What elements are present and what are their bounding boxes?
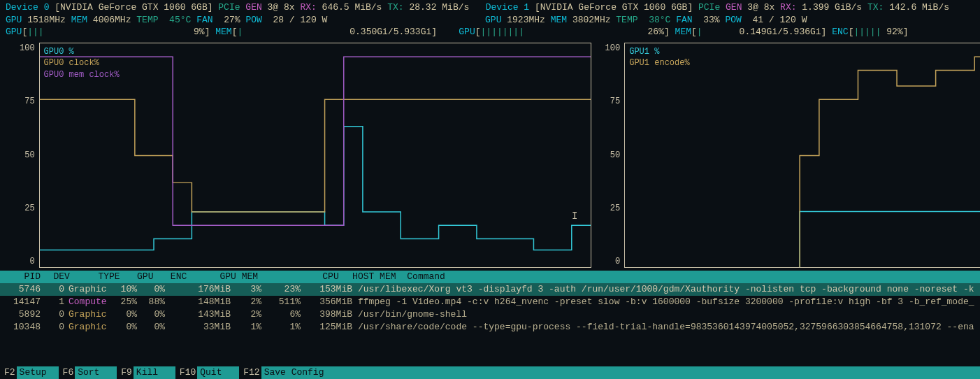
footer-fnkeys: F2SetupF6SortF9KillF10QuitF12Save Config xyxy=(0,366,980,379)
chart-gpu0-wrap: 1007550250 GPU0 % GPU0 clock% GPU0 mem c… xyxy=(20,43,591,268)
chart-gpu1: GPU1 % GPU1 encode% xyxy=(624,43,980,268)
header-line-2: GPU 1518MHz MEM 4006MHz TEMP 45°C FAN 27… xyxy=(6,14,974,27)
gen-label: GEN xyxy=(245,2,261,13)
table-row[interactable]: 103480Graphic0%0%33MiB1%1%125MiB/usr/sha… xyxy=(0,321,980,334)
y-axis-labels: 1007550250 xyxy=(20,43,39,268)
text-cursor-icon: I xyxy=(572,210,577,223)
rx-label: RX: xyxy=(300,2,316,13)
device1-name: [NVIDIA GeForce GTX 1060 6GB] xyxy=(535,2,693,13)
process-table-header[interactable]: PID DEV TYPE GPU ENC GPU MEM CPU HOST ME… xyxy=(0,271,980,283)
charts-row: 1007550250 GPU0 % GPU0 clock% GPU0 mem c… xyxy=(0,38,980,271)
device0-rx: 646.5 MiB/s xyxy=(322,2,382,13)
header-line-1: Device 0 [NVIDIA GeForce GTX 1060 6GB] P… xyxy=(6,1,974,14)
header-line-3: GPU[||| 9%] MEM[| 0.350Gi/5.933Gi] GPU[|… xyxy=(6,26,974,38)
chart-gpu1-wrap: 1007550250 GPU1 % GPU1 encode% xyxy=(605,43,980,268)
fnkey-save-config[interactable]: F12Save Config xyxy=(239,366,326,379)
process-table: 57460Graphic10%0%176MiB3%23%153MiB/usr/l… xyxy=(0,283,980,334)
fnkey-sort[interactable]: F6Sort xyxy=(59,366,117,379)
table-row[interactable]: 57460Graphic10%0%176MiB3%23%153MiB/usr/l… xyxy=(0,283,980,296)
pcie-label: PCIe xyxy=(218,2,240,13)
chart-gpu0: GPU0 % GPU0 clock% GPU0 mem clock% xyxy=(39,43,591,268)
device0-name: [NVIDIA GeForce GTX 1060 6GB] xyxy=(55,2,212,13)
tx-label: TX: xyxy=(387,2,403,13)
device-label: Device 0 xyxy=(6,2,55,13)
table-row[interactable]: 141471Compute25%88%148MiB2%511%356MiBffm… xyxy=(0,296,980,308)
device0-tx: 28.32 MiB/s xyxy=(409,2,469,13)
device0-gen: 3@ 8x xyxy=(268,2,295,13)
fnkey-setup[interactable]: F2Setup xyxy=(0,366,59,379)
y-axis-labels: 1007550250 xyxy=(605,43,625,268)
device-label: Device 1 xyxy=(486,2,535,13)
fnkey-kill[interactable]: F9Kill xyxy=(117,366,175,379)
header: Device 0 [NVIDIA GeForce GTX 1060 6GB] P… xyxy=(0,0,980,38)
table-row[interactable]: 58920Graphic0%0%143MiB2%6%398MiB/usr/bin… xyxy=(0,308,980,321)
fnkey-quit[interactable]: F10Quit xyxy=(175,366,239,379)
